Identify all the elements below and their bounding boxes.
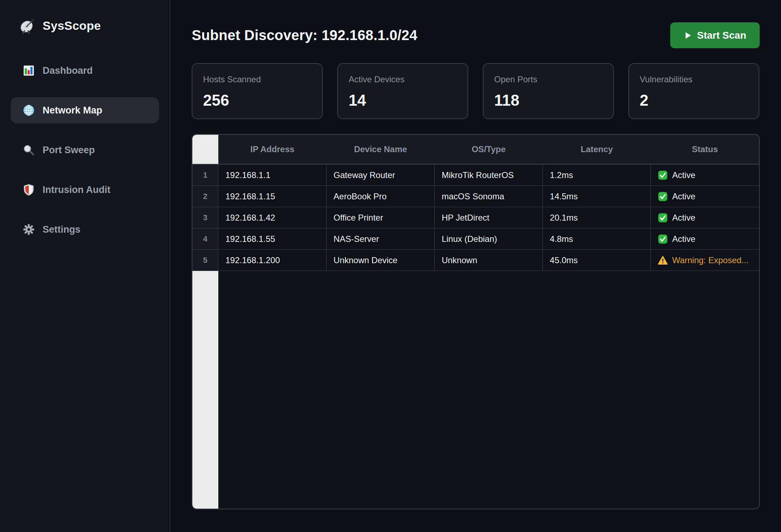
column-header-device[interactable]: Device Name	[327, 135, 435, 165]
status-cell[interactable]: Active	[651, 228, 759, 250]
column-header-ip[interactable]: IP Address	[218, 135, 327, 165]
sidebar-item-intrusion-audit[interactable]: Intrusion Audit	[11, 177, 159, 203]
app-name: SysScope	[43, 19, 101, 33]
stat-value: 256	[203, 92, 311, 109]
start-scan-label: Start Scan	[697, 30, 747, 41]
stat-card-hosts-scanned: Hosts Scanned 256	[192, 63, 323, 119]
stat-value: 2	[640, 92, 748, 109]
stat-label: Vulnerabilities	[640, 74, 748, 84]
row-number-cell[interactable]: 5	[192, 250, 218, 271]
stat-card-active-devices: Active Devices 14	[337, 63, 468, 119]
latency-cell[interactable]: 45.0ms	[543, 250, 651, 271]
sidebar-item-label: Network Map	[43, 105, 102, 116]
ip-cell[interactable]: 192.168.1.55	[218, 228, 327, 250]
ip-cell[interactable]: 192.168.1.200	[218, 250, 327, 271]
column-header-status[interactable]: Status	[651, 135, 759, 165]
devices-grid: IP Address Device Name OS/Type Latency S…	[192, 135, 759, 271]
sidebar-item-port-sweep[interactable]: Port Sweep	[11, 137, 159, 163]
shield-icon	[23, 184, 35, 196]
row-number-cell[interactable]: 2	[192, 186, 218, 207]
status-label: Active	[672, 213, 695, 223]
satellite-dish-icon	[19, 17, 36, 34]
device-cell[interactable]: AeroBook Pro	[327, 186, 435, 207]
ip-cell[interactable]: 192.168.1.42	[218, 207, 327, 228]
os-cell[interactable]: macOS Sonoma	[435, 186, 543, 207]
main-content: Subnet Discovery: 192.168.1.0/24 Start S…	[170, 0, 781, 532]
status-cell[interactable]: Active	[651, 186, 759, 207]
globe-icon	[23, 104, 35, 116]
ip-cell[interactable]: 192.168.1.15	[218, 186, 327, 207]
row-number-cell[interactable]: 4	[192, 228, 218, 250]
sidebar-item-network-map[interactable]: Network Map	[11, 97, 159, 123]
os-cell[interactable]: Unknown	[435, 250, 543, 271]
device-cell[interactable]: NAS-Server	[327, 228, 435, 250]
stat-value: 118	[494, 92, 602, 109]
stat-cards: Hosts Scanned 256 Active Devices 14 Open…	[192, 63, 760, 119]
sidebar-item-label: Settings	[43, 224, 81, 235]
os-cell[interactable]: Linux (Debian)	[435, 228, 543, 250]
check-icon	[658, 192, 668, 201]
row-number-cell[interactable]: 1	[192, 165, 218, 186]
check-icon	[658, 234, 668, 244]
sidebar-nav: Dashboard Network Map Port Sweep	[11, 57, 159, 243]
sidebar-item-label: Intrusion Audit	[43, 184, 110, 195]
stat-label: Hosts Scanned	[203, 74, 311, 84]
row-number-cell[interactable]: 3	[192, 207, 218, 228]
os-cell[interactable]: HP JetDirect	[435, 207, 543, 228]
latency-cell[interactable]: 1.2ms	[543, 165, 651, 186]
status-label: Active	[672, 192, 695, 201]
app-logo: SysScope	[11, 16, 159, 35]
latency-cell[interactable]: 14.5ms	[543, 186, 651, 207]
device-cell[interactable]: Gateway Router	[327, 165, 435, 186]
status-cell[interactable]: Warning: Exposed...	[651, 250, 759, 271]
devices-table: IP Address Device Name OS/Type Latency S…	[192, 134, 760, 509]
os-cell[interactable]: MikroTik RouterOS	[435, 165, 543, 186]
stat-label: Active Devices	[349, 74, 457, 84]
top-bar: Subnet Discovery: 192.168.1.0/24 Start S…	[192, 22, 760, 48]
stat-value: 14	[349, 92, 457, 109]
magnifier-icon	[23, 144, 35, 156]
status-label: Warning: Exposed...	[672, 255, 748, 265]
gear-icon	[23, 223, 35, 235]
check-icon	[658, 213, 668, 223]
check-icon	[658, 170, 668, 180]
column-header-latency[interactable]: Latency	[543, 135, 651, 165]
table-corner-cell[interactable]	[192, 135, 218, 165]
latency-cell[interactable]: 4.8ms	[543, 228, 651, 250]
sidebar-item-dashboard[interactable]: Dashboard	[11, 57, 159, 84]
warning-icon	[658, 255, 668, 265]
bar-chart-icon	[23, 65, 35, 77]
stat-card-vulnerabilities: Vulnerabilities 2	[628, 63, 759, 119]
sidebar-item-label: Port Sweep	[43, 145, 95, 156]
stat-card-open-ports: Open Ports 118	[483, 63, 614, 119]
status-cell[interactable]: Active	[651, 165, 759, 186]
latency-cell[interactable]: 20.1ms	[543, 207, 651, 228]
play-icon	[684, 31, 692, 40]
stat-label: Open Ports	[494, 74, 602, 84]
start-scan-button[interactable]: Start Scan	[670, 22, 760, 48]
device-cell[interactable]: Office Printer	[327, 207, 435, 228]
status-cell[interactable]: Active	[651, 207, 759, 228]
status-label: Active	[672, 234, 695, 244]
status-label: Active	[672, 170, 695, 180]
ip-cell[interactable]: 192.168.1.1	[218, 165, 327, 186]
column-header-os[interactable]: OS/Type	[435, 135, 543, 165]
sidebar-item-label: Dashboard	[43, 65, 93, 76]
device-cell[interactable]: Unknown Device	[327, 250, 435, 271]
sidebar: SysScope Dashboard Network Map	[0, 0, 170, 532]
sidebar-item-settings[interactable]: Settings	[11, 216, 159, 243]
page-title: Subnet Discovery: 192.168.1.0/24	[192, 27, 417, 43]
